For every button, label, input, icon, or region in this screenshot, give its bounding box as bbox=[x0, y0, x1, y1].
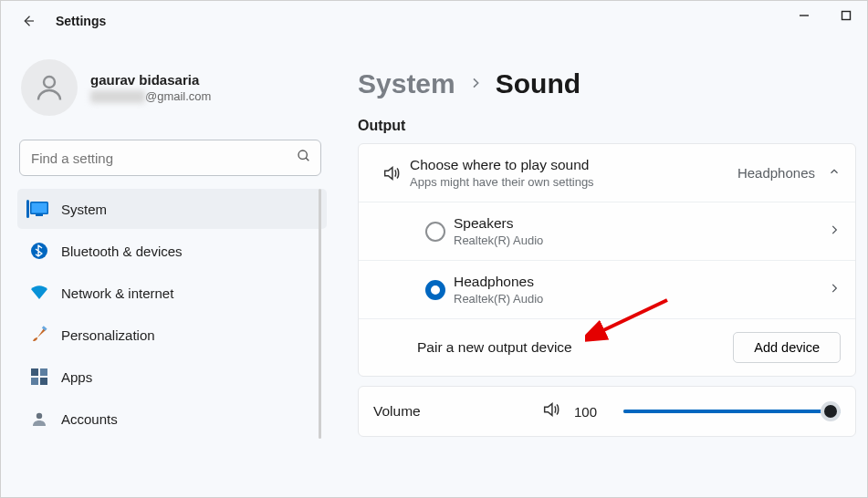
minimize-button[interactable] bbox=[783, 1, 825, 30]
device-driver: Realtek(R) Audio bbox=[454, 233, 828, 247]
chevron-up-icon bbox=[828, 165, 841, 182]
choose-output-title: Choose where to play sound bbox=[410, 157, 737, 173]
bluetooth-icon bbox=[30, 242, 48, 260]
volume-row: Volume 100 bbox=[359, 387, 855, 436]
svg-point-14 bbox=[37, 413, 42, 419]
sidebar-item-network[interactable]: Network & internet bbox=[17, 273, 327, 313]
radio-checked-icon[interactable] bbox=[425, 280, 445, 300]
sidebar-item-personalization[interactable]: Personalization bbox=[17, 315, 327, 355]
svg-rect-11 bbox=[40, 368, 47, 376]
sidebar-item-bluetooth[interactable]: Bluetooth & devices bbox=[17, 231, 327, 271]
user-email: @gmail.com bbox=[90, 89, 211, 104]
choose-output-row[interactable]: Choose where to play sound Apps might ha… bbox=[359, 144, 855, 202]
breadcrumb-parent[interactable]: System bbox=[358, 68, 455, 99]
output-device-speakers[interactable]: Speakers Realtek(R) Audio bbox=[359, 202, 855, 261]
sidebar-item-label: System bbox=[61, 202, 107, 217]
sidebar-item-label: Personalization bbox=[61, 327, 155, 343]
maximize-button[interactable] bbox=[825, 1, 867, 30]
choose-output-subtitle: Apps might have their own settings bbox=[410, 175, 737, 189]
volume-value: 100 bbox=[574, 404, 601, 420]
svg-point-3 bbox=[298, 150, 307, 159]
accounts-icon bbox=[30, 410, 48, 428]
svg-line-4 bbox=[306, 158, 309, 161]
paintbrush-icon bbox=[30, 326, 48, 344]
svg-rect-9 bbox=[42, 326, 47, 331]
page-title: Sound bbox=[496, 68, 580, 99]
output-device-headphones[interactable]: Headphones Realtek(R) Audio bbox=[359, 261, 855, 319]
pair-device-row: Pair a new output device Add device bbox=[359, 319, 855, 376]
display-icon bbox=[30, 200, 48, 218]
sidebar-item-label: Accounts bbox=[61, 411, 118, 427]
maximize-icon bbox=[841, 10, 852, 21]
nav-scroll-indicator bbox=[319, 189, 321, 439]
search-icon bbox=[297, 149, 311, 167]
svg-point-2 bbox=[44, 77, 55, 88]
volume-slider[interactable] bbox=[623, 400, 841, 422]
user-block[interactable]: gaurav bidasaria @gmail.com bbox=[17, 50, 327, 134]
sidebar-item-accounts[interactable]: Accounts bbox=[17, 399, 327, 439]
apps-icon bbox=[30, 368, 48, 386]
search-input[interactable] bbox=[19, 140, 321, 176]
svg-rect-10 bbox=[31, 368, 38, 376]
sidebar-item-label: Bluetooth & devices bbox=[61, 244, 183, 259]
radio-unchecked-icon[interactable] bbox=[425, 222, 445, 242]
redacted-text bbox=[90, 90, 145, 103]
output-card: Choose where to play sound Apps might ha… bbox=[358, 143, 856, 377]
add-device-button[interactable]: Add device bbox=[733, 332, 841, 363]
device-driver: Realtek(R) Audio bbox=[454, 292, 828, 306]
search-field[interactable] bbox=[29, 150, 297, 167]
user-name: gaurav bidasaria bbox=[90, 72, 211, 88]
svg-rect-7 bbox=[36, 214, 43, 216]
sidebar-nav: System Bluetooth & devices Network & int… bbox=[17, 189, 327, 439]
sidebar: gaurav bidasaria @gmail.com System Bluet… bbox=[1, 41, 334, 497]
minimize-icon bbox=[799, 10, 810, 21]
pair-device-label: Pair a new output device bbox=[417, 339, 733, 356]
volume-card: Volume 100 bbox=[358, 386, 856, 437]
device-name: Speakers bbox=[454, 215, 828, 232]
svg-rect-13 bbox=[40, 378, 47, 385]
main-panel: System Sound Output Choose where to play… bbox=[334, 41, 867, 497]
sidebar-item-apps[interactable]: Apps bbox=[17, 357, 327, 397]
slider-thumb[interactable] bbox=[821, 401, 841, 421]
wifi-icon bbox=[30, 284, 48, 302]
person-icon bbox=[33, 71, 66, 104]
section-output-label: Output bbox=[358, 118, 863, 134]
volume-label: Volume bbox=[373, 403, 528, 420]
avatar bbox=[21, 59, 78, 116]
chevron-right-icon bbox=[468, 72, 483, 96]
sidebar-item-label: Network & internet bbox=[61, 285, 173, 301]
back-button[interactable] bbox=[12, 5, 45, 37]
breadcrumb: System Sound bbox=[358, 68, 863, 99]
arrow-left-icon bbox=[20, 13, 37, 29]
device-name: Headphones bbox=[454, 274, 828, 290]
window-title: Settings bbox=[56, 14, 106, 28]
svg-rect-12 bbox=[31, 378, 38, 385]
svg-rect-1 bbox=[842, 12, 851, 20]
svg-rect-6 bbox=[32, 203, 47, 213]
chevron-right-icon[interactable] bbox=[828, 282, 841, 298]
current-output-label: Headphones bbox=[737, 165, 815, 181]
volume-icon bbox=[373, 163, 410, 183]
sidebar-item-label: Apps bbox=[61, 369, 92, 385]
volume-icon[interactable] bbox=[541, 399, 561, 423]
chevron-right-icon[interactable] bbox=[828, 223, 841, 240]
sidebar-item-system[interactable]: System bbox=[17, 189, 327, 229]
